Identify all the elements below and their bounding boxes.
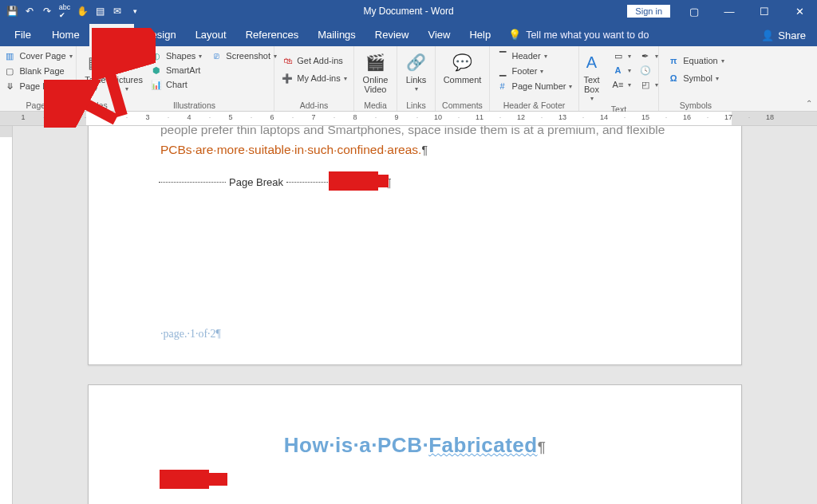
page-break-label: Page Break <box>226 176 286 188</box>
my-addins-button[interactable]: ➕My Add-ins <box>278 72 349 85</box>
header-icon: ▔ <box>496 50 509 61</box>
smartart-button[interactable]: ⬢SmartArt <box>148 64 204 77</box>
lightbulb-icon: 💡 <box>508 29 521 41</box>
tab-file[interactable]: File <box>3 24 42 46</box>
tab-help[interactable]: Help <box>460 24 500 46</box>
body-line-2b: ·are·more·suitable·in·such·confined·area… <box>192 143 422 156</box>
drop-cap-button[interactable]: A≡▾ <box>610 78 633 91</box>
maximize-icon[interactable]: ☐ <box>747 0 782 22</box>
dotted-line-left <box>159 182 226 183</box>
group-text: A Text Box▾ ▭▾ A▾ A≡▾ ✒▾ 🕓 ◰▾ Text <box>579 46 659 111</box>
comment-button[interactable]: 💬 Comment <box>445 49 480 85</box>
share-button[interactable]: 👤 Share <box>750 25 817 46</box>
symbol-icon: Ω <box>667 73 680 84</box>
chart-button[interactable]: 📊Chart <box>148 78 204 91</box>
page-number-icon: # <box>496 81 509 92</box>
object-icon: ◰ <box>639 79 652 90</box>
link-icon: 🔗 <box>405 51 428 73</box>
footer-button[interactable]: ▁Footer <box>494 65 547 77</box>
cover-page-button[interactable]: ▥Cover Page <box>1 49 74 62</box>
title-bar: 💾 ↶ ↷ abc✔ ✋ ▤ ✉ ▾ My Document - Word Si… <box>0 0 817 22</box>
blank-page-icon: ▢ <box>3 65 16 77</box>
footer-icon: ▁ <box>496 65 509 77</box>
group-comments: 💬 Comment Comments <box>436 46 490 111</box>
store-icon: 🛍 <box>281 55 294 66</box>
minimize-icon[interactable]: — <box>712 0 747 22</box>
page-1[interactable]: people prefer thin laptops and Smartphon… <box>88 126 742 365</box>
screenshot-button[interactable]: ⎚Screenshot <box>207 49 279 62</box>
tab-view[interactable]: View <box>418 24 460 46</box>
undo-icon[interactable]: ↶ <box>22 4 37 18</box>
redo-icon[interactable]: ↷ <box>40 4 54 18</box>
save-icon[interactable]: 💾 <box>5 4 19 18</box>
tab-layout[interactable]: Layout <box>186 24 236 46</box>
group-media: 🎬 Online Video Media <box>354 46 397 111</box>
quick-parts-button[interactable]: ▭▾ <box>610 49 633 62</box>
cover-page-icon: ▥ <box>3 50 16 61</box>
touch-mode-icon[interactable]: ✋ <box>75 4 89 18</box>
page-footer-text[interactable]: ·page.·1·of·2¶ <box>160 328 221 341</box>
share-label: Share <box>778 30 806 41</box>
mail-icon[interactable]: ✉ <box>110 4 124 18</box>
page-number-button[interactable]: #Page Number <box>494 80 575 93</box>
date-time-icon: 🕓 <box>639 65 652 76</box>
page2-heading[interactable]: How·is·a·PCB·Fabricated¶ <box>89 433 741 458</box>
online-video-button[interactable]: 🎬 Online Video <box>358 49 393 94</box>
group-links: 🔗 Links▾ Links <box>397 46 436 111</box>
drop-cap-icon: A≡ <box>612 79 625 90</box>
heading-text: How·is·a·PCB· <box>284 433 428 457</box>
tell-me-label: Tell me what you want to do <box>526 30 649 41</box>
group-label-comments: Comments <box>442 99 483 110</box>
group-label-media: Media <box>364 99 387 110</box>
group-label-addins: Add-ins <box>300 99 329 110</box>
blank-page-button[interactable]: ▢Blank Page <box>1 65 66 77</box>
equation-button[interactable]: πEquation <box>665 54 726 67</box>
tab-mailings[interactable]: Mailings <box>308 24 365 46</box>
ribbon-display-options-icon[interactable]: ▢ <box>677 0 712 22</box>
links-button[interactable]: 🔗 Links▾ <box>399 49 434 93</box>
date-time-button[interactable]: 🕓 <box>637 64 661 77</box>
tab-home[interactable]: Home <box>42 24 89 46</box>
textbox-icon: A <box>581 51 603 73</box>
tab-review[interactable]: Review <box>365 24 419 46</box>
text-box-button[interactable]: A Text Box▾ <box>578 49 606 103</box>
symbol-button[interactable]: ΩSymbol <box>665 72 721 85</box>
signature-line-button[interactable]: ✒▾ <box>637 49 661 62</box>
object-button[interactable]: ◰▾ <box>637 78 661 91</box>
annotation-arrow-3 <box>329 171 393 191</box>
group-label-symbols: Symbols <box>680 99 712 110</box>
customize-qat-icon[interactable]: ▾ <box>128 4 142 18</box>
annotation-arrow-4 <box>160 470 231 489</box>
quick-parts-icon: ▭ <box>612 50 625 61</box>
close-icon[interactable]: ✕ <box>782 0 817 22</box>
body-line-2a: PCBs <box>160 143 192 156</box>
heading-underlined: Fabricated <box>428 433 538 457</box>
tab-references[interactable]: References <box>236 24 308 46</box>
get-addins-button[interactable]: 🛍Get Add-ins <box>278 54 345 67</box>
header-button[interactable]: ▔Header <box>494 49 550 62</box>
video-icon: 🎬 <box>365 51 387 73</box>
pilcrow-icon: ¶ <box>421 144 428 156</box>
group-label-links: Links <box>406 99 426 110</box>
quick-access-toolbar: 💾 ↶ ↷ abc✔ ✋ ▤ ✉ ▾ <box>0 4 142 18</box>
wordart-icon: A <box>612 65 625 76</box>
pilcrow-icon: ¶ <box>538 439 547 455</box>
wordart-button[interactable]: A▾ <box>610 64 633 77</box>
my-addins-icon: ➕ <box>281 73 294 84</box>
empty-paragraph[interactable]: ¶ <box>160 475 741 490</box>
group-label-hf: Header & Footer <box>503 99 566 110</box>
new-doc-icon[interactable]: ▤ <box>93 4 107 18</box>
equation-icon: π <box>667 55 680 66</box>
spelling-icon[interactable]: abc✔ <box>57 4 72 18</box>
collapse-ribbon-icon[interactable]: ⌃ <box>806 99 812 108</box>
vertical-ruler[interactable] <box>0 126 13 504</box>
page-break-marker[interactable]: Page Break ¶ <box>159 176 669 189</box>
body-line-1: people prefer thin laptops and Smartphon… <box>160 126 665 136</box>
shapes-button[interactable]: ◐Shapes <box>148 49 204 62</box>
signin-button[interactable]: Sign in <box>627 5 670 18</box>
screenshot-icon: ⎚ <box>210 50 223 61</box>
share-icon: 👤 <box>761 30 774 41</box>
annotation-arrow-2 <box>44 80 124 128</box>
tell-me-search[interactable]: 💡 Tell me what you want to do <box>500 24 657 46</box>
body-paragraph[interactable]: people prefer thin laptops and Smartphon… <box>89 126 741 160</box>
